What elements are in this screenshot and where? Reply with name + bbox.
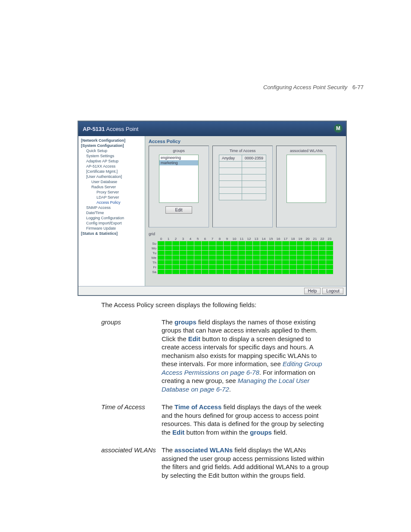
time-cell[interactable]	[242, 194, 266, 200]
grid-cell[interactable]	[209, 241, 216, 246]
grid-cell[interactable]	[282, 241, 290, 246]
time-cell[interactable]	[219, 181, 242, 187]
grid-cell[interactable]	[187, 260, 194, 265]
grid-cell[interactable]	[187, 255, 194, 260]
grid-cell[interactable]	[260, 265, 268, 270]
grid-cell[interactable]	[268, 260, 275, 265]
grid-cell[interactable]	[202, 260, 209, 265]
grid-cell[interactable]	[216, 241, 224, 246]
grid-cell[interactable]	[187, 246, 194, 251]
grid-cell[interactable]	[275, 260, 282, 265]
grid-cell[interactable]	[319, 270, 326, 274]
grid-cell[interactable]	[260, 241, 268, 246]
time-cell[interactable]	[219, 194, 242, 200]
grid-cell[interactable]	[253, 246, 260, 251]
nav-item[interactable]: Config Import/Export	[79, 221, 144, 226]
grid-cell[interactable]	[290, 270, 297, 274]
grid-cell[interactable]	[311, 260, 319, 265]
grid-cell[interactable]	[202, 241, 209, 246]
grid-cell[interactable]	[253, 260, 260, 265]
grid-cell[interactable]	[290, 260, 297, 265]
grid-cell[interactable]	[165, 251, 172, 255]
nav-item[interactable]: Proxy Server	[79, 190, 144, 195]
time-cell[interactable]	[219, 162, 242, 168]
grid-cell[interactable]	[282, 260, 290, 265]
grid-cell[interactable]	[224, 241, 231, 246]
grid-cell[interactable]	[180, 241, 187, 246]
grid-cell[interactable]	[165, 246, 172, 251]
grid-cell[interactable]	[275, 270, 282, 274]
edit-button[interactable]: Edit	[165, 206, 192, 214]
grid-cell[interactable]	[158, 260, 165, 265]
grid-cell[interactable]	[282, 255, 290, 260]
grid-cell[interactable]	[194, 251, 202, 255]
grid-cell[interactable]	[246, 270, 253, 274]
nav-item[interactable]: [User Authentication]	[79, 174, 144, 179]
grid-cell[interactable]	[158, 265, 165, 270]
grid-cell[interactable]	[275, 265, 282, 270]
grid-cell[interactable]	[326, 251, 333, 255]
grid-cell[interactable]	[158, 246, 165, 251]
time-cell[interactable]	[242, 168, 266, 174]
grid-cell[interactable]	[290, 251, 297, 255]
grid-cell[interactable]	[238, 246, 246, 251]
grid-cell[interactable]	[275, 241, 282, 246]
grid-cell[interactable]	[224, 270, 231, 274]
grid-cell[interactable]	[275, 251, 282, 255]
grid-cell[interactable]	[224, 251, 231, 255]
grid-cell[interactable]	[165, 270, 172, 274]
grid-cell[interactable]	[275, 246, 282, 251]
groups-listbox[interactable]: engineeringmarketing	[159, 155, 199, 203]
grid-cell[interactable]	[187, 251, 194, 255]
grid-cell[interactable]	[172, 260, 180, 265]
grid-cell[interactable]	[238, 270, 246, 274]
grid-cell[interactable]	[268, 270, 275, 274]
grid-cell[interactable]	[180, 265, 187, 270]
grid-cell[interactable]	[194, 241, 202, 246]
grid-cell[interactable]	[172, 255, 180, 260]
grid-cell[interactable]	[202, 265, 209, 270]
group-item[interactable]: engineering	[159, 155, 198, 160]
grid-cell[interactable]	[231, 241, 238, 246]
nav-item[interactable]: [System Configuration]	[79, 143, 144, 148]
grid-cell[interactable]	[194, 260, 202, 265]
grid-cell[interactable]	[297, 246, 304, 251]
grid-cell[interactable]	[202, 246, 209, 251]
grid-cell[interactable]	[158, 251, 165, 255]
grid-cell[interactable]	[180, 270, 187, 274]
time-cell[interactable]	[219, 168, 242, 174]
grid-cell[interactable]	[238, 260, 246, 265]
grid-cell[interactable]	[202, 255, 209, 260]
grid-cell[interactable]	[216, 260, 224, 265]
grid-cell[interactable]	[304, 270, 311, 274]
grid-cell[interactable]	[282, 251, 290, 255]
grid-cell[interactable]	[297, 251, 304, 255]
grid-cell[interactable]	[209, 251, 216, 255]
grid-cell[interactable]	[187, 241, 194, 246]
grid-cell[interactable]	[311, 251, 319, 255]
nav-item[interactable]: Firmware Update	[79, 226, 144, 231]
grid-cell[interactable]	[297, 260, 304, 265]
grid-cell[interactable]	[260, 260, 268, 265]
grid-cell[interactable]	[187, 265, 194, 270]
grid-cell[interactable]	[297, 241, 304, 246]
nav-item[interactable]: AP-51XX Access	[79, 164, 144, 169]
grid-cell[interactable]	[172, 251, 180, 255]
nav-item[interactable]: [Network Configuration]	[79, 138, 144, 143]
grid-cell[interactable]	[216, 270, 224, 274]
grid-cell[interactable]	[268, 255, 275, 260]
grid-cell[interactable]	[209, 260, 216, 265]
grid-cell[interactable]	[304, 265, 311, 270]
grid-cell[interactable]	[304, 251, 311, 255]
grid-cell[interactable]	[253, 241, 260, 246]
grid-cell[interactable]	[326, 260, 333, 265]
grid-cell[interactable]	[194, 246, 202, 251]
grid-cell[interactable]	[238, 251, 246, 255]
time-cell[interactable]	[219, 174, 242, 181]
grid-cell[interactable]	[246, 255, 253, 260]
grid-cell[interactable]	[297, 270, 304, 274]
grid-cell[interactable]	[231, 255, 238, 260]
nav-item[interactable]: User Database	[79, 179, 144, 184]
grid-cell[interactable]	[268, 246, 275, 251]
grid-cell[interactable]	[319, 265, 326, 270]
